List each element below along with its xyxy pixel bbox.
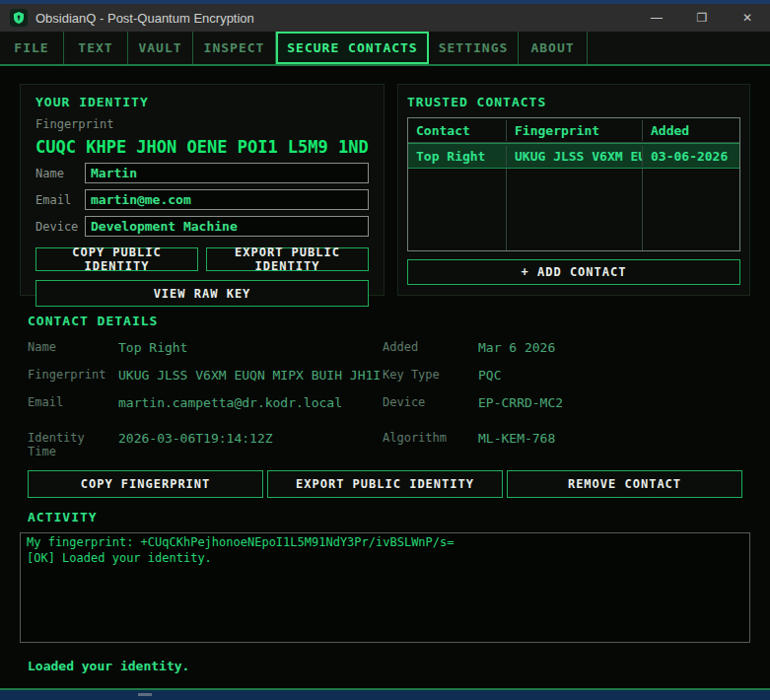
column-header-fingerprint: Fingerprint	[507, 120, 643, 141]
empty-cell	[408, 169, 507, 250]
contact-details-heading: CONTACT DETAILS	[28, 314, 742, 328]
name-label: Name	[35, 167, 85, 180]
view-raw-key-button[interactable]: VIEW RAW KEY	[35, 280, 369, 307]
device-input[interactable]	[85, 216, 369, 237]
remove-contact-button[interactable]: REMOVE CONTACT	[507, 470, 742, 498]
top-panels-row: YOUR IDENTITY Fingerprint CUQC KHPE JHON…	[20, 84, 750, 296]
close-button[interactable]: ✕	[725, 4, 770, 32]
taskbar-indicator	[138, 693, 152, 696]
window-title: ObsidianQ - Post-Quantum Encryption	[35, 11, 254, 26]
contacts-table-empty-area	[408, 169, 739, 250]
tab-file[interactable]: FILE	[0, 32, 64, 64]
identity-buttons-row: COPY PUBLIC IDENTITY EXPORT PUBLIC IDENT…	[35, 247, 369, 271]
details-left-column: Name Top Right Fingerprint UKUG JLSS V6X…	[28, 340, 375, 458]
trusted-contacts-panel: TRUSTED CONTACTS Contact Fingerprint Add…	[397, 84, 750, 296]
main-content: YOUR IDENTITY Fingerprint CUQC KHPE JHON…	[0, 66, 770, 688]
contacts-table: Contact Fingerprint Added Top Right UKUG…	[407, 117, 740, 251]
contact-details-section: CONTACT DETAILS Name Top Right Fingerpri…	[20, 314, 750, 498]
activity-heading: ACTIVITY	[20, 510, 750, 525]
maximize-button[interactable]: ❐	[679, 4, 725, 32]
detail-row-key-type: Key Type PQC	[383, 368, 742, 395]
minimize-button[interactable]: —	[634, 4, 679, 32]
detail-device-label: Device	[383, 395, 478, 409]
tab-secure-contacts[interactable]: SECURE CONTACTS	[276, 32, 429, 64]
taskbar-edge	[0, 690, 770, 700]
detail-algorithm-label: Algorithm	[383, 431, 478, 445]
contact-cell-added: 03-06-2026	[643, 146, 739, 167]
details-right-column: Added Mar 6 2026 Key Type PQC Device EP-…	[375, 340, 742, 458]
detail-row-added: Added Mar 6 2026	[383, 340, 742, 368]
detail-row-fingerprint: Fingerprint UKUG JLSS V6XM EUQN MIPX BUI…	[28, 368, 375, 395]
email-input[interactable]	[85, 189, 369, 210]
status-bar: Loaded your identity.	[20, 659, 750, 673]
detail-row-algorithm: Algorithm ML-KEM-768	[383, 431, 742, 458]
activity-log-line: My fingerprint: +CUqCKhPejhonoeNEpoI1L5M…	[27, 535, 743, 551]
name-field-row: Name	[35, 163, 369, 183]
detail-algorithm-value: ML-KEM-768	[478, 431, 555, 446]
identity-heading: YOUR IDENTITY	[35, 95, 369, 109]
detail-added-value: Mar 6 2026	[478, 340, 555, 355]
detail-row-name: Name Top Right	[28, 340, 375, 368]
detail-fingerprint-value: UKUG JLSS V6XM EUQN MIPX BUIH JH1I	[118, 368, 381, 383]
detail-row-identity-time: Identity Time 2026-03-06T19:14:12Z	[28, 431, 375, 458]
titlebar[interactable]: ObsidianQ - Post-Quantum Encryption — ❐ …	[0, 4, 770, 32]
tab-about[interactable]: ABOUT	[519, 32, 588, 64]
detail-email-value: martin.campetta@dr.kodr.local	[118, 395, 342, 410]
email-field-row: Email	[35, 189, 369, 210]
device-field-row: Device	[35, 216, 369, 237]
contact-cell-name: Top Right	[408, 146, 507, 167]
identity-panel: YOUR IDENTITY Fingerprint CUQC KHPE JHON…	[20, 84, 385, 296]
contact-details-grid: Name Top Right Fingerprint UKUG JLSS V6X…	[28, 340, 742, 458]
details-buttons-row: COPY FINGERPRINT EXPORT PUBLIC IDENTITY …	[28, 470, 742, 498]
empty-cell	[507, 169, 643, 250]
fingerprint-label: Fingerprint	[35, 117, 369, 131]
tab-bar: FILE TEXT VAULT INSPECT SECURE CONTACTS …	[0, 32, 770, 66]
detail-email-label: Email	[28, 395, 118, 409]
screen: ObsidianQ - Post-Quantum Encryption — ❐ …	[0, 0, 770, 700]
tab-vault[interactable]: VAULT	[128, 32, 193, 64]
detail-device-value: EP-CRRD-MC2	[478, 395, 563, 410]
trusted-contacts-heading: TRUSTED CONTACTS	[407, 95, 740, 109]
contacts-table-header: Contact Fingerprint Added	[408, 118, 739, 143]
detail-key-type-value: PQC	[478, 368, 501, 383]
fingerprint-value: CUQC KHPE JHON OENE POI1 L5M9 1NDY 3PRI …	[35, 137, 369, 157]
detail-name-label: Name	[28, 340, 118, 354]
column-header-added: Added	[643, 120, 739, 141]
device-label: Device	[35, 220, 85, 234]
contact-row-selected[interactable]: Top Right UKUG JLSS V6XM EUQ… 03-06-2026	[408, 143, 739, 169]
detail-row-email: Email martin.campetta@dr.kodr.local	[28, 395, 375, 423]
copy-public-identity-button[interactable]: COPY PUBLIC IDENTITY	[35, 247, 198, 271]
detail-key-type-label: Key Type	[383, 368, 478, 382]
window-controls: — ❐ ✕	[634, 4, 770, 32]
tab-text[interactable]: TEXT	[64, 32, 128, 64]
export-public-identity-button[interactable]: EXPORT PUBLIC IDENTITY	[206, 247, 369, 271]
detail-identity-time-label: Identity Time	[28, 431, 118, 458]
detail-fingerprint-label: Fingerprint	[28, 368, 118, 382]
email-label: Email	[35, 193, 85, 207]
app-shield-icon	[10, 9, 28, 27]
contact-cell-fingerprint: UKUG JLSS V6XM EUQ…	[507, 146, 643, 167]
detail-name-value: Top Right	[118, 340, 187, 355]
detail-row-device: Device EP-CRRD-MC2	[383, 395, 742, 423]
app-window: ObsidianQ - Post-Quantum Encryption — ❐ …	[0, 4, 770, 690]
copy-fingerprint-button[interactable]: COPY FINGERPRINT	[28, 470, 263, 498]
empty-cell	[643, 169, 739, 250]
name-input[interactable]	[85, 163, 369, 183]
tab-inspect[interactable]: INSPECT	[193, 32, 276, 64]
activity-log-line: [OK] Loaded your identity.	[27, 551, 743, 567]
column-header-contact: Contact	[408, 120, 507, 141]
activity-section: ACTIVITY My fingerprint: +CUqCKhPejhonoe…	[20, 510, 750, 643]
detail-identity-time-value: 2026-03-06T19:14:12Z	[118, 431, 273, 446]
add-contact-button[interactable]: + ADD CONTACT	[407, 259, 740, 285]
detail-added-label: Added	[383, 340, 478, 354]
tab-settings[interactable]: SETTINGS	[429, 32, 519, 64]
activity-log: My fingerprint: +CUqCKhPejhonoeNEpoI1L5M…	[20, 532, 750, 643]
export-public-identity-details-button[interactable]: EXPORT PUBLIC IDENTITY	[267, 470, 503, 498]
